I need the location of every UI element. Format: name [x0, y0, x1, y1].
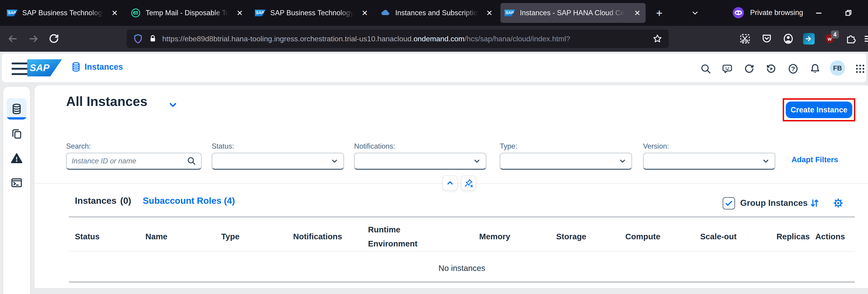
extension-badge: 4 [831, 31, 839, 39]
browser-tab-1[interactable]: SAP SAP Business Technology Platfor ✕ [3, 3, 123, 23]
product-switcher-grid-icon[interactable] [852, 62, 868, 76]
status-filter-select[interactable] [212, 153, 344, 170]
chevron-down-icon [762, 157, 770, 166]
search-icon[interactable] [698, 62, 713, 76]
browser-tab-3[interactable]: SAP SAP Business Technology Platfor ✕ [251, 3, 373, 23]
side-navigation-toggle-icon[interactable] [11, 62, 28, 76]
avatar[interactable]: FB [830, 61, 845, 76]
help-icon[interactable]: ? [785, 62, 801, 76]
back-button[interactable] [5, 31, 20, 47]
browser-tab-2[interactable]: Temp Mail - Disposable Tempor ✕ [126, 3, 248, 23]
chevron-down-icon [472, 157, 481, 166]
refresh-icon[interactable] [742, 62, 757, 76]
sap-favicon: SAP [505, 10, 515, 16]
search-filter-label: Search: [66, 142, 91, 150]
screenshot-tool-icon[interactable] [737, 31, 753, 47]
adapt-filters-link[interactable]: Adapt Filters [790, 155, 840, 164]
column-header-scale-out[interactable]: Scale-out [700, 232, 776, 241]
create-instance-button[interactable]: Create Instance [786, 102, 852, 118]
sidebar-item-copy-pages-icon[interactable] [6, 123, 27, 144]
new-tab-button[interactable]: + [652, 5, 666, 21]
table-settings-gear-icon[interactable] [831, 196, 845, 210]
column-header-memory[interactable]: Memory [479, 232, 556, 241]
notifications-bell-icon[interactable] [807, 62, 823, 76]
url-text: https://ebe89d8btrial.hana-tooling.ingre… [162, 35, 648, 43]
side-navigation [3, 87, 30, 294]
group-instances-label: Group Instances [740, 198, 808, 208]
reload-button[interactable] [46, 31, 61, 47]
account-icon[interactable] [781, 31, 796, 47]
search-input[interactable] [71, 157, 184, 166]
status-filter-label: Status: [212, 142, 234, 150]
instances-count: (0) [120, 196, 131, 206]
column-header-actions[interactable]: Actions [815, 232, 855, 241]
list-tabs-button[interactable] [688, 5, 703, 21]
table-header-row: Status Name Type Notifications Runtime E… [75, 222, 855, 251]
sap-favicon: SAP [7, 10, 18, 16]
table-bottom-divider [69, 282, 855, 283]
column-header-runtime-environment[interactable]: Runtime Environment [368, 222, 479, 251]
column-header-type[interactable]: Type [221, 232, 293, 241]
column-header-compute[interactable]: Compute [625, 232, 700, 241]
url-bar[interactable]: https://ebe89d8btrial.hana-tooling.ingre… [127, 30, 669, 48]
close-tab-icon[interactable]: ✕ [111, 9, 119, 17]
browser-tab-active[interactable]: SAP Instances - SAP HANA Cloud Ce ✕ [500, 3, 646, 23]
column-header-notifications[interactable]: Notifications [293, 232, 368, 241]
close-tab-icon[interactable]: ✕ [236, 9, 244, 17]
sidebar-item-sql-console-terminal-icon[interactable] [6, 172, 27, 193]
extension-adblock-icon[interactable]: w 4 [822, 31, 837, 47]
annotation-box: Create Instance [783, 98, 855, 121]
type-filter-label: Type: [500, 142, 517, 150]
history-icon[interactable] [764, 62, 779, 76]
extension-sidebery-icon[interactable] [801, 31, 816, 47]
sidebar-item-instances[interactable] [6, 98, 27, 119]
extensions-puzzle-icon[interactable] [843, 31, 859, 47]
bookmark-star-icon[interactable] [652, 33, 663, 44]
group-instances-checkbox[interactable] [722, 197, 735, 210]
instances-page: All Instances Create Instance Search: St… [35, 85, 868, 288]
sidebar-item-alerts-warning-icon[interactable] [6, 148, 27, 169]
tab-subaccount-roles[interactable]: Subaccount Roles (4) [143, 196, 235, 206]
column-header-replicas[interactable]: Replicas [776, 232, 815, 241]
browser-tab-4[interactable]: Instances and Subscriptions - tri ✕ [376, 3, 498, 23]
feedback-icon[interactable] [720, 62, 735, 76]
sort-icon[interactable] [808, 196, 822, 210]
version-filter-select[interactable] [643, 153, 775, 170]
svg-text:?: ? [791, 65, 795, 72]
close-tab-icon[interactable]: ✕ [361, 9, 369, 17]
tab-title: Temp Mail - Disposable Tempor [146, 9, 231, 17]
browser-nav-bar: https://ebe89d8btrial.hana-tooling.ingre… [0, 26, 868, 52]
page-title-chevron-down-icon[interactable] [166, 98, 179, 111]
lock-icon[interactable] [148, 34, 158, 44]
search-icon[interactable] [187, 156, 196, 166]
version-filter-label: Version: [643, 142, 669, 150]
minimize-window-button[interactable] [811, 5, 826, 21]
search-input-field[interactable] [66, 153, 202, 170]
tracking-protection-shield-icon[interactable] [133, 33, 143, 44]
close-tab-icon[interactable]: ✕ [485, 9, 494, 17]
tab-instances[interactable]: Instances [75, 196, 117, 206]
database-icon [11, 103, 23, 115]
table-toolbar: Instances (0) Subaccount Roles (4) [75, 196, 235, 206]
unpin-header-pin-icon[interactable] [461, 175, 476, 191]
notifications-filter-select[interactable] [354, 153, 486, 170]
column-header-status[interactable]: Status [75, 232, 146, 241]
collapse-header-chevron-up-icon[interactable] [442, 175, 458, 191]
pocket-icon[interactable] [759, 31, 774, 47]
forward-button[interactable] [26, 31, 41, 47]
empty-table-message: No instances [69, 263, 855, 273]
column-header-storage[interactable]: Storage [556, 232, 625, 241]
close-tab-icon[interactable]: ✕ [633, 9, 642, 17]
chevron-down-icon [618, 157, 627, 166]
restore-window-button[interactable] [841, 5, 856, 21]
tempmail-favicon [130, 8, 141, 18]
chevron-down-icon [330, 157, 339, 166]
app-menu-hamburger-icon[interactable] [861, 31, 868, 47]
sap-shell-header: SAP Instances ? [2, 53, 866, 82]
tab-title: SAP Business Technology Platfor [22, 9, 106, 17]
app-title-button[interactable]: Instances [69, 61, 124, 72]
type-filter-select[interactable] [500, 153, 632, 170]
browser-tab-bar: SAP SAP Business Technology Platfor ✕ Te… [0, 0, 868, 26]
column-header-name[interactable]: Name [146, 232, 221, 241]
screen: SAP SAP Business Technology Platfor ✕ Te… [0, 0, 868, 294]
